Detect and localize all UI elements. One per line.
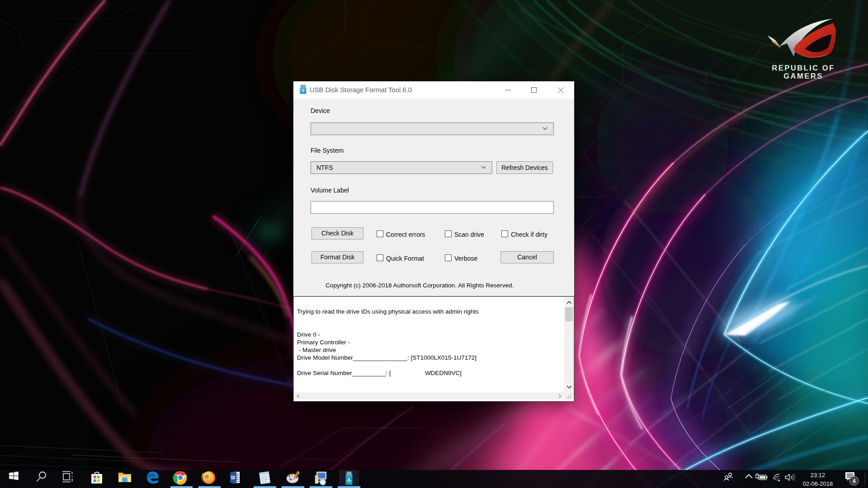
svg-text:GAMERS: GAMERS: [783, 72, 823, 80]
svg-text:W: W: [231, 475, 236, 480]
svg-text:4: 4: [852, 478, 856, 484]
svg-text:REPUBLIC OF: REPUBLIC OF: [772, 64, 835, 72]
